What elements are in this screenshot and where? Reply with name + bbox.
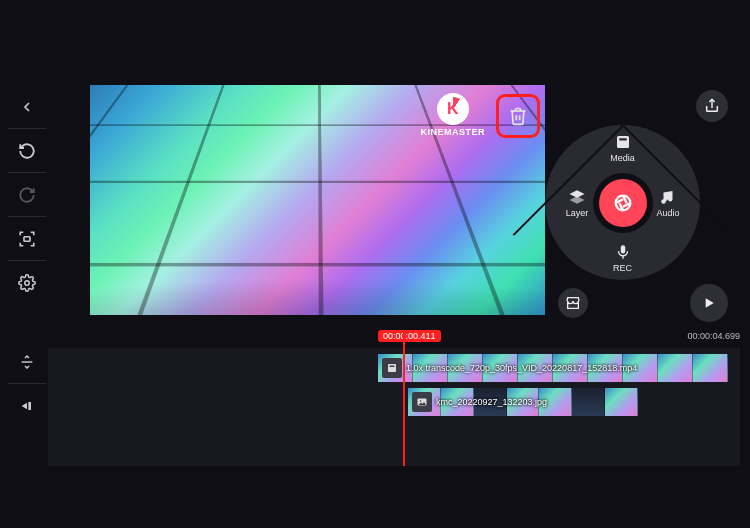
wheel-media-label: Media: [610, 153, 635, 163]
wheel-audio-label: Audio: [656, 208, 679, 218]
wheel-layer-label: Layer: [566, 208, 589, 218]
svg-rect-10: [620, 245, 625, 253]
timeline-tracks[interactable]: 1.0x transcode_720p_30fps_VID_20220817_1…: [48, 348, 740, 466]
kinemaster-watermark: K KINEMASTER: [420, 93, 485, 137]
kinemaster-editor: K KINEMASTER Media Layer Audio REC: [0, 0, 750, 528]
wheel-capture-button[interactable]: [599, 179, 647, 227]
left-lower-toolbar: [8, 340, 46, 428]
image-clip-label: kmc_20220927_132203.jpg: [436, 397, 547, 407]
redo-button[interactable]: [8, 173, 46, 217]
svg-rect-13: [388, 364, 396, 372]
playhead[interactable]: [403, 332, 405, 466]
delete-button[interactable]: [499, 97, 537, 135]
svg-marker-12: [706, 298, 714, 307]
watermark-label: KINEMASTER: [420, 127, 485, 137]
wheel-rec-button[interactable]: REC: [593, 243, 653, 273]
kinemaster-logo-icon: K: [437, 93, 469, 125]
current-time-label: 00:00:00.411: [378, 330, 441, 342]
settings-button[interactable]: [8, 261, 46, 305]
svg-rect-6: [617, 136, 629, 148]
video-clip-icon: [382, 358, 402, 378]
shutter-icon: [612, 192, 634, 214]
video-preview[interactable]: K KINEMASTER: [90, 85, 545, 315]
video-clip[interactable]: 1.0x transcode_720p_30fps_VID_20220817_1…: [378, 354, 728, 382]
total-time-label: 00:00:04.699: [687, 331, 740, 341]
wheel-rec-label: REC: [613, 263, 632, 273]
svg-rect-7: [619, 138, 627, 140]
image-clip-icon: [412, 392, 432, 412]
timeline-ruler[interactable]: 00:00:00.411 00:00:04.699: [48, 326, 740, 346]
svg-rect-14: [390, 366, 395, 368]
svg-point-16: [420, 400, 422, 402]
wheel-media-button[interactable]: Media: [593, 133, 653, 163]
undo-button[interactable]: [8, 129, 46, 173]
wheel-audio-button[interactable]: Audio: [638, 188, 698, 218]
svg-rect-0: [24, 236, 30, 241]
svg-rect-3: [28, 402, 31, 410]
video-clip-label: 1.0x transcode_720p_30fps_VID_20220817_1…: [406, 363, 637, 373]
capture-button[interactable]: [8, 217, 46, 261]
timeline-expand-button[interactable]: [8, 340, 46, 384]
play-button[interactable]: [690, 284, 728, 322]
jump-button[interactable]: [8, 384, 46, 428]
action-wheel: Media Layer Audio REC: [545, 125, 700, 280]
svg-marker-9: [570, 196, 585, 204]
asset-store-button[interactable]: [558, 288, 588, 318]
svg-point-1: [25, 281, 30, 286]
left-toolbar: [8, 85, 46, 305]
svg-marker-4: [22, 403, 27, 410]
image-clip[interactable]: kmc_20220927_132203.jpg: [408, 388, 638, 416]
back-button[interactable]: [8, 85, 46, 129]
export-button[interactable]: [696, 90, 728, 122]
